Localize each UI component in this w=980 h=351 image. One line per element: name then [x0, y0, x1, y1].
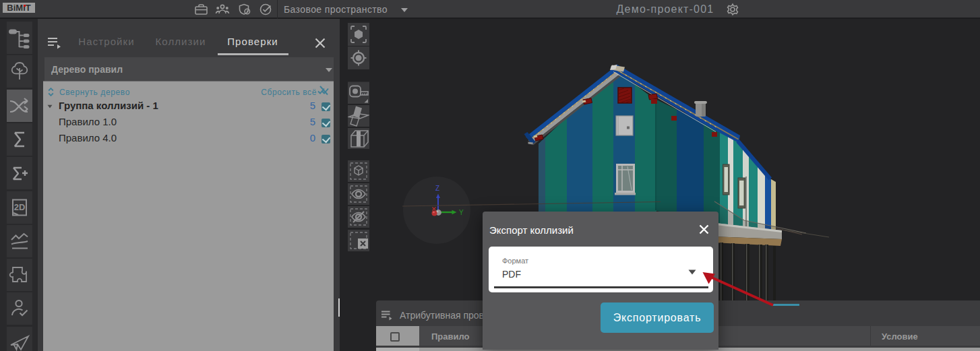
svg-text:2D: 2D [14, 201, 26, 212]
svg-text:Y: Y [459, 209, 464, 216]
svg-text:Z: Z [435, 185, 439, 192]
